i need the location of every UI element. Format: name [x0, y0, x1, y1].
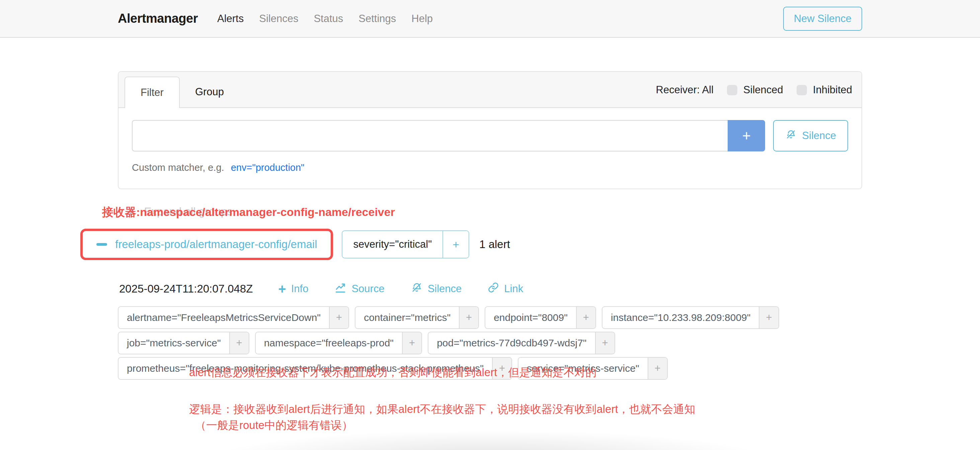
label-tag-add-button[interactable]: + [576, 307, 595, 328]
nav-item-help[interactable]: Help [411, 13, 433, 25]
label-tag-text: pod="metrics-77d9cdb497-wdsj7" [428, 332, 595, 354]
alert-action-source[interactable]: Source [334, 282, 384, 296]
label-tag: job="metrics-service"+ [118, 332, 249, 354]
matcher-input[interactable] [132, 120, 728, 151]
filter-card-header: Filter Group Receiver: All Silenced Inhi… [118, 72, 862, 108]
alert-action-silence[interactable]: Silence [410, 282, 462, 296]
alert-row: 2025-09-24T11:20:07.048Z +InfoSourceSile… [118, 282, 862, 296]
silenced-label: Silenced [743, 84, 783, 96]
nav-list: AlertsSilencesStatusSettingsHelp [217, 13, 433, 25]
label-tag-add-button[interactable]: + [759, 307, 778, 328]
minus-icon [96, 243, 107, 246]
alert-group-row: freeleaps-prod/alertmanager-config/email… [80, 229, 862, 260]
new-silence-button[interactable]: New Silence [783, 7, 862, 31]
link-icon [488, 282, 499, 296]
label-tag-add-button[interactable]: + [329, 307, 348, 328]
filter-card-body: + Silence Custom matcher, e.g. env="prod… [118, 108, 862, 189]
silence-button-label: Silence [802, 130, 836, 142]
label-row: alertname="FreeleapsMetricsServiceDown"+… [118, 306, 862, 329]
alert-action-label: Info [291, 283, 309, 295]
nav-item-settings[interactable]: Settings [358, 13, 396, 25]
alert-actions: +InfoSourceSilenceLink [278, 282, 523, 296]
nav-item-silences[interactable]: Silences [259, 13, 298, 25]
label-tag: endpoint="8009"+ [485, 306, 596, 329]
alerts-main: + Expand all groups freeleaps-prod/alert… [118, 204, 862, 380]
group-label-text: severity="critical" [342, 231, 442, 258]
label-tag: container="metrics"+ [355, 306, 479, 329]
add-group-filter-button[interactable]: + [442, 231, 469, 258]
header-controls: Receiver: All Silenced Inhibited [656, 84, 852, 100]
add-matcher-button[interactable]: + [728, 120, 765, 151]
label-tag-text: endpoint="8009" [485, 307, 576, 328]
label-tag-text: alertname="FreeleapsMetricsServiceDown" [118, 307, 329, 328]
collapse-group-button[interactable]: freeleaps-prod/alertmanager-config/email [84, 233, 329, 256]
label-tag-text: container="metrics" [355, 307, 459, 328]
hint-example-link[interactable]: env="production" [231, 162, 305, 173]
annotation-receiver-note: 接收器:namespace/altermanager-config-name/r… [102, 204, 395, 220]
label-tag: pod="metrics-77d9cdb497-wdsj7"+ [428, 332, 615, 354]
bell-slash-icon [785, 129, 797, 143]
label-tag-text: instance="10.233.98.209:8009" [603, 307, 759, 328]
bell-slash-icon [410, 282, 423, 296]
app-title: Alertmanager [118, 11, 198, 26]
label-tag-add-button[interactable]: + [402, 332, 422, 354]
label-row: job="metrics-service"+namespace="freelea… [118, 332, 862, 354]
window-shadow [214, 430, 763, 450]
annotation-note-1: alert信息必须在接收器下才表示配置成功，否则即使能看到alert，但是通知是… [189, 365, 597, 380]
alert-action-info[interactable]: +Info [278, 282, 308, 296]
nav-item-status[interactable]: Status [313, 13, 343, 25]
label-tag-add-button[interactable]: + [459, 307, 478, 328]
nav-item-alerts[interactable]: Alerts [217, 13, 243, 25]
alert-action-label: Link [504, 283, 523, 295]
tab-group[interactable]: Group [180, 76, 239, 107]
matcher-hint: Custom matcher, e.g. env="production" [132, 162, 848, 173]
inhibited-checkbox[interactable] [797, 85, 807, 95]
annotation-note-2: 逻辑是：接收器收到alert后进行通知，如果alert不在接收器下，说明接收器没… [189, 402, 695, 417]
label-tag-add-button[interactable]: + [229, 332, 249, 354]
alert-action-label: Source [352, 283, 384, 295]
matcher-input-row: + Silence [132, 120, 848, 151]
group-receiver-label: freeleaps-prod/alertmanager-config/email [115, 238, 317, 251]
silenced-checkbox[interactable] [727, 85, 737, 95]
silenced-checkbox-group[interactable]: Silenced [727, 84, 783, 96]
hint-text: Custom matcher, e.g. [132, 162, 224, 173]
label-tag: alertname="FreeleapsMetricsServiceDown"+ [118, 306, 349, 329]
inhibited-checkbox-group[interactable]: Inhibited [797, 84, 852, 96]
label-tag-text: namespace="freeleaps-prod" [256, 332, 402, 354]
filter-card: Filter Group Receiver: All Silenced Inhi… [118, 71, 862, 189]
label-tag: namespace="freeleaps-prod"+ [255, 332, 422, 354]
chart-icon [334, 282, 347, 296]
receiver-filter[interactable]: Receiver: All [656, 84, 714, 96]
top-navbar: Alertmanager AlertsSilencesStatusSetting… [0, 0, 980, 38]
annotation-note-3: （一般是route中的逻辑有错误） [195, 418, 353, 433]
annotation-highlight-box: freeleaps-prod/alertmanager-config/email [80, 229, 333, 260]
page: Alertmanager AlertsSilencesStatusSetting… [0, 0, 980, 450]
alert-timestamp: 2025-09-24T11:20:07.048Z [119, 282, 253, 295]
plus-icon: + [278, 282, 286, 296]
alert-count: 1 alert [479, 238, 510, 251]
group-label-chip: severity="critical" + [342, 230, 469, 258]
alert-action-label: Silence [428, 283, 462, 295]
label-tag: instance="10.233.98.209:8009"+ [602, 306, 779, 329]
label-tag-add-button[interactable]: + [648, 358, 667, 379]
silence-button[interactable]: Silence [773, 120, 848, 151]
inhibited-label: Inhibited [813, 84, 852, 96]
label-tag-add-button[interactable]: + [595, 332, 614, 354]
label-tag-text: job="metrics-service" [118, 332, 229, 354]
tab-filter[interactable]: Filter [124, 76, 180, 108]
alert-action-link[interactable]: Link [488, 282, 523, 296]
